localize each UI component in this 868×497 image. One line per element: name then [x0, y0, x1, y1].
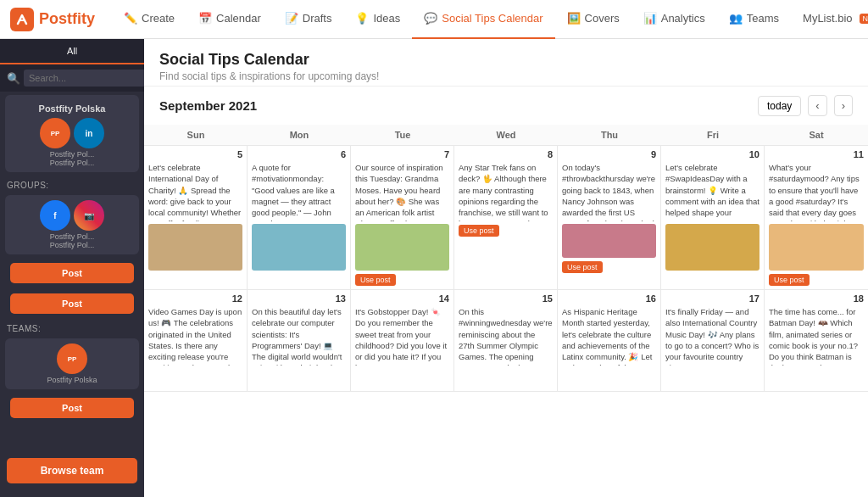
use-post-btn-8[interactable]: Use post [459, 225, 499, 237]
cal-cell-7: 7 Our source of inspiration this Tuesday… [351, 146, 454, 289]
logo-icon [10, 8, 34, 31]
cal-cell-14: 14 It's Gobstopper Day! 🍬 Do you remembe… [351, 290, 454, 391]
drafts-icon: 📝 [285, 12, 298, 25]
cal-cell-18: 18 The time has come... for Batman Day! … [765, 290, 868, 391]
post-text-18: The time has come... for Batman Day! 🦇 W… [769, 306, 864, 366]
tab-teams[interactable]: 👥 Teams [717, 0, 791, 39]
post-button-3[interactable]: Post [10, 398, 134, 418]
teams-icon: 👥 [729, 12, 743, 25]
day-header-mon: Mon [248, 125, 351, 145]
new-badge: New [860, 14, 868, 24]
use-post-btn-11[interactable]: Use post [769, 274, 810, 286]
avatar-pp2: in [74, 118, 104, 148]
date-7: 7 [355, 149, 449, 159]
day-header-sat: Sat [765, 125, 868, 145]
date-6: 6 [252, 149, 346, 159]
create-icon: ✏️ [124, 12, 137, 25]
calendar-grid: Sun Mon Tue Wed Thu Fri Sat 5 Let's cele… [144, 125, 868, 497]
post-text-17: It's finally Friday — and also Internati… [665, 306, 760, 366]
teams-label: Teams: [0, 319, 144, 335]
post-text-7: Our source of inspiration this Tuesday: … [355, 162, 449, 221]
post-text-12: Video Games Day is upon us! 🎮 The celebr… [148, 306, 242, 366]
content-area: Social Tips Calendar Find social tips & … [144, 39, 868, 497]
main-layout: All 🔍 🔗 ••• Postfity Polska PP in Postfi… [0, 39, 868, 497]
groups-label: Groups: [0, 176, 144, 192]
tab-covers[interactable]: 🖼️ Covers [555, 0, 632, 39]
post-text-6: A quote for #motivationmonday: "Good val… [252, 162, 346, 221]
post-text-15: On this #winningwednesday we're reminisc… [459, 306, 553, 366]
ideas-icon: 💡 [355, 12, 369, 25]
next-month-button[interactable]: › [834, 95, 853, 116]
sidebar: All 🔍 🔗 ••• Postfity Polska PP in Postfi… [0, 39, 144, 497]
date-12: 12 [148, 293, 242, 304]
post-text-13: On this beautiful day let's celebrate ou… [252, 306, 346, 366]
cal-cell-15: 15 On this #winningwednesday we're remin… [454, 290, 558, 391]
post-button-2[interactable]: Post [10, 293, 134, 314]
calendar-week-1: 5 Let's celebrate International Day of C… [144, 146, 868, 290]
cal-cell-10: 10 Let's celebrate #SwapIdeasDay with a … [661, 146, 765, 289]
post-text-16: As Hispanic Heritage Month started yeste… [562, 306, 656, 366]
avatar-pp1: PP [40, 118, 70, 148]
day-header-thu: Thu [558, 125, 661, 145]
use-post-btn-7[interactable]: Use post [355, 274, 396, 286]
date-11: 11 [769, 149, 864, 159]
analytics-icon: 📊 [643, 12, 657, 25]
tab-social-tips[interactable]: 💬 Social Tips Calendar [412, 0, 554, 39]
cal-cell-12: 12 Video Games Day is upon us! 🎮 The cel… [144, 290, 248, 391]
tab-drafts[interactable]: 📝 Drafts [273, 0, 344, 39]
calendar-month: September 2021 [159, 98, 751, 113]
covers-icon: 🖼️ [567, 12, 581, 25]
post-text-10: Let's celebrate #SwapIdeasDay with a bra… [665, 162, 760, 221]
tab-mylist[interactable]: MyList.bio New [791, 0, 868, 39]
cal-cell-17: 17 It's finally Friday — and also Intern… [661, 290, 765, 391]
day-header-wed: Wed [454, 125, 558, 145]
sidebar-tab-bar: All [0, 39, 144, 64]
main-nav: ✏️ Create 📅 Calendar 📝 Drafts 💡 Ideas 💬 … [112, 0, 868, 39]
avatar-team: PP [57, 343, 87, 374]
calendar-controls: September 2021 today ‹ › [144, 87, 868, 125]
logo[interactable]: Postfity [10, 8, 95, 31]
sidebar-search-bar: 🔍 🔗 ••• [0, 64, 144, 92]
search-icon: 🔍 [7, 72, 20, 85]
date-14: 14 [355, 293, 449, 304]
cal-cell-6: 6 A quote for #motivationmonday: "Good v… [248, 146, 351, 289]
day-header-tue: Tue [351, 125, 454, 145]
calendar-week-2: 12 Video Games Day is upon us! 🎮 The cel… [144, 290, 868, 392]
tab-calendar[interactable]: 📅 Calendar [186, 0, 273, 39]
cal-cell-8: 8 Any Star Trek fans on deck? 🖖 Although… [454, 146, 558, 289]
content-header: Social Tips Calendar Find social tips & … [144, 39, 868, 87]
tab-ideas[interactable]: 💡 Ideas [343, 0, 412, 39]
profile-card-groups: f 📷 Postfity Pol... Postfity Pol... [5, 195, 139, 254]
date-8: 8 [459, 149, 553, 159]
sidebar-search-input[interactable] [24, 70, 144, 87]
cal-cell-5: 5 Let's celebrate International Day of C… [144, 146, 248, 289]
topbar: Postfity ✏️ Create 📅 Calendar 📝 Drafts 💡… [0, 0, 868, 39]
post-text-5: Let's celebrate International Day of Cha… [148, 162, 242, 221]
post-text-9: On today's #throwbackthursday we're goin… [562, 162, 656, 221]
date-10: 10 [665, 149, 760, 159]
use-post-btn-9[interactable]: Use post [562, 261, 603, 273]
profile-card-teams: PP Postfity Polska [5, 338, 139, 389]
date-13: 13 [252, 293, 346, 304]
calendar-icon: 📅 [198, 12, 212, 25]
profile-card-main: Postfity Polska PP in Postfity Pol... Po… [5, 95, 139, 172]
prev-month-button[interactable]: ‹ [808, 95, 826, 116]
logo-text: Postfity [39, 10, 95, 28]
post-button-1[interactable]: Post [10, 263, 134, 283]
sidebar-tab-all[interactable]: All [0, 39, 144, 64]
social-tips-icon: 💬 [424, 12, 437, 25]
date-15: 15 [459, 293, 553, 304]
profile-group-name: Postfity Polska [10, 103, 134, 114]
tab-create[interactable]: ✏️ Create [112, 0, 186, 39]
day-header-fri: Fri [661, 125, 765, 145]
post-text-8: Any Star Trek fans on deck? 🖖 Although t… [459, 162, 553, 221]
date-18: 18 [769, 293, 864, 304]
date-5: 5 [148, 149, 242, 159]
post-text-14: It's Gobstopper Day! 🍬 Do you remember t… [355, 306, 449, 366]
browse-team-button[interactable]: Browse team [7, 458, 137, 483]
today-button[interactable]: today [758, 96, 801, 116]
tab-analytics[interactable]: 📊 Analytics [632, 0, 717, 39]
date-9: 9 [562, 149, 656, 159]
cal-cell-9: 9 On today's #throwbackthursday we're go… [558, 146, 661, 289]
post-text-11: What's your #saturdaymood? Any tips to e… [769, 162, 864, 221]
